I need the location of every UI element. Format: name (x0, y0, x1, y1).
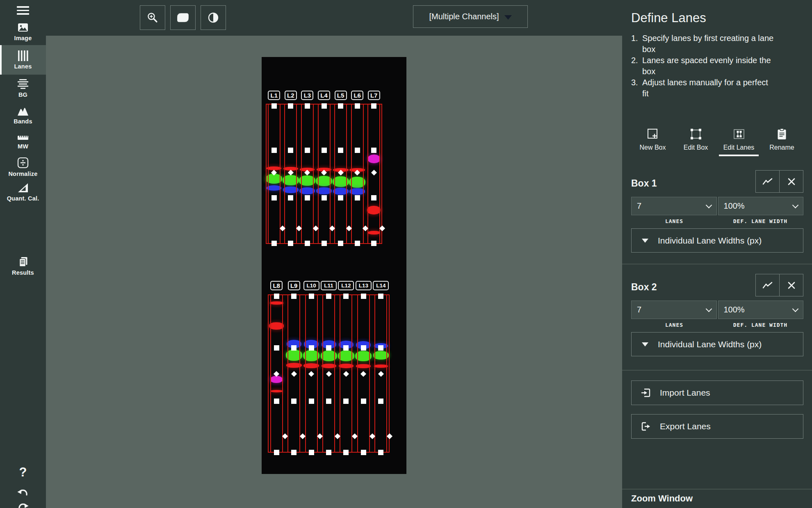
lane-label[interactable]: L13 (356, 281, 372, 290)
lane-handle[interactable] (271, 195, 277, 200)
lane-handle[interactable] (361, 294, 366, 299)
lane-label[interactable]: L3 (301, 91, 313, 100)
lane-handle[interactable] (291, 450, 297, 455)
edit-box-button[interactable]: Edit Box (674, 128, 717, 151)
lane-handle[interactable] (326, 399, 331, 404)
lane-handle[interactable] (338, 103, 343, 109)
sidebar-item-lanes[interactable]: Lanes (0, 45, 46, 75)
lane-width-select[interactable]: 100% (718, 301, 804, 319)
lane-label[interactable]: L6 (351, 91, 363, 100)
lane-handle[interactable] (291, 399, 297, 404)
import-lanes-button[interactable]: Import Lanes (631, 380, 803, 405)
edit-lanes-button[interactable]: Edit Lanes (717, 128, 760, 151)
lane-handle[interactable] (371, 103, 376, 109)
crop-rotate-tool-button[interactable] (170, 5, 196, 30)
contrast-tool-button[interactable] (201, 5, 226, 30)
lane-handle[interactable] (322, 195, 327, 200)
lane-handle[interactable] (288, 195, 293, 200)
lane-handle[interactable] (326, 345, 331, 351)
lane-handle[interactable] (326, 294, 331, 299)
lane-handle[interactable] (322, 241, 327, 246)
lanes-count-select[interactable]: 7 (631, 301, 717, 319)
lane-profile-button[interactable] (755, 170, 780, 193)
lane-handle[interactable] (378, 399, 383, 404)
lane-handle[interactable] (305, 241, 310, 246)
lane-handle[interactable] (305, 195, 310, 200)
lane-label[interactable]: L5 (335, 91, 347, 100)
lane-label[interactable]: L1 (268, 91, 280, 100)
lane-handle[interactable] (343, 294, 349, 299)
lane-handle[interactable] (291, 294, 297, 299)
lane-handle[interactable] (361, 399, 366, 404)
lane-profile-button[interactable] (755, 274, 780, 296)
channels-dropdown[interactable]: [Multiple Channels] (413, 5, 528, 28)
lane-handle[interactable] (291, 345, 297, 351)
delete-box-button[interactable] (779, 170, 803, 193)
lane-handle[interactable] (271, 148, 277, 153)
lane-handle[interactable] (309, 345, 314, 351)
sidebar-item-normalize[interactable]: Normalize (0, 157, 46, 177)
lane-handle[interactable] (274, 450, 279, 455)
lane-handle[interactable] (343, 345, 349, 351)
lane-handle[interactable] (288, 241, 293, 246)
lane-handle[interactable] (309, 294, 314, 299)
gel-image[interactable]: L1L2L3L4L5L6L7L8L9L10L11L12L13L14 (262, 57, 406, 474)
sidebar-item-results[interactable]: Results (0, 257, 46, 276)
lane-handle[interactable] (309, 399, 314, 404)
lane-handle[interactable] (378, 450, 383, 455)
lane-handle[interactable] (271, 103, 277, 109)
individual-lane-widths-expander[interactable]: Individual Lane Widths (px) (631, 228, 803, 253)
lane-handle[interactable] (274, 399, 279, 404)
lane-handle[interactable] (274, 345, 279, 351)
lane-handle[interactable] (355, 103, 360, 109)
lane-handle[interactable] (338, 148, 343, 153)
sidebar-item-mw[interactable]: MW (0, 134, 46, 150)
lane-handle[interactable] (371, 195, 376, 200)
lane-label[interactable]: L8 (270, 281, 283, 290)
zoom-tool-button[interactable] (140, 5, 165, 30)
lane-label[interactable]: L2 (285, 91, 297, 100)
lane-label[interactable]: L4 (318, 91, 330, 100)
lane-label[interactable]: L11 (321, 281, 337, 290)
lane-handle[interactable] (378, 345, 383, 351)
lane-handle[interactable] (309, 450, 314, 455)
lane-label[interactable]: L12 (338, 281, 354, 290)
lane-handle[interactable] (271, 241, 277, 246)
lane-handle[interactable] (322, 103, 327, 109)
lane-handle[interactable] (378, 294, 383, 299)
sidebar-item-bg[interactable]: BG (0, 79, 46, 98)
lane-handle[interactable] (326, 450, 331, 455)
lane-label[interactable]: L10 (303, 281, 319, 290)
lane-handle[interactable] (274, 294, 279, 299)
delete-box-button[interactable] (779, 274, 803, 296)
lane-handle[interactable] (338, 241, 343, 246)
lane-handle[interactable] (355, 148, 360, 153)
individual-lane-widths-expander[interactable]: Individual Lane Widths (px) (631, 332, 803, 356)
lane-handle[interactable] (361, 345, 366, 351)
lane-handle[interactable] (288, 103, 293, 109)
lane-handle[interactable] (305, 148, 310, 153)
sidebar-item-image[interactable]: Image (0, 23, 46, 41)
lane-handle[interactable] (355, 241, 360, 246)
lane-label[interactable]: L9 (288, 281, 300, 290)
lane-handle[interactable] (355, 195, 360, 200)
lane-width-select[interactable]: 100% (718, 197, 804, 215)
rename-button[interactable]: Rename (760, 128, 803, 151)
lane-handle[interactable] (338, 195, 343, 200)
lanes-count-select[interactable]: 7 (631, 197, 717, 215)
sidebar-item-quant-cal[interactable]: Quant. Cal. (0, 182, 46, 202)
redo-button[interactable] (0, 502, 46, 508)
lane-handle[interactable] (371, 241, 376, 246)
lane-handle[interactable] (343, 450, 349, 455)
lane-handle[interactable] (371, 148, 376, 153)
export-lanes-button[interactable]: Export Lanes (631, 414, 803, 439)
lane-handle[interactable] (288, 148, 293, 153)
lane-handle[interactable] (361, 450, 366, 455)
undo-button[interactable] (0, 488, 46, 498)
lane-label[interactable]: L14 (373, 281, 389, 290)
lane-handle[interactable] (343, 399, 349, 404)
lane-handle[interactable] (322, 148, 327, 153)
help-button[interactable]: ? (0, 465, 46, 480)
lane-handle[interactable] (305, 103, 310, 109)
new-box-button[interactable]: New Box (631, 128, 674, 151)
